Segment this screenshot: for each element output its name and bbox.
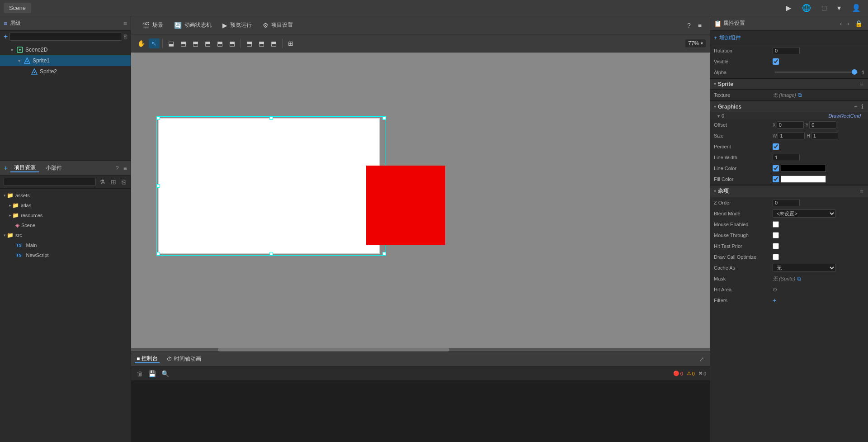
tab-console[interactable]: ■ 控制台 [135,355,160,363]
hierarchy-plus-btn[interactable]: + [4,33,8,41]
graphics-info-btn[interactable]: ℹ [860,103,864,110]
hand-tool-btn[interactable]: ✋ [135,38,148,48]
hit-area-target-icon[interactable]: ⊙ [773,286,777,293]
globe-button[interactable]: 🌐 [798,2,815,14]
handle-tl[interactable] [156,116,160,120]
dist-v-btn[interactable]: ⬒ [256,38,267,48]
mouse-through-checkbox[interactable] [773,232,779,238]
tree-item-sprite1[interactable]: ▾ Sprite1 [0,55,131,66]
select-tool-btn[interactable]: ↖ [149,38,160,48]
more-button[interactable]: ▾ [834,2,844,14]
zoom-control[interactable]: 77% ▾ [685,39,706,48]
console-save-btn[interactable]: 💾 [146,369,158,378]
cacheas-select[interactable]: 无 [773,264,836,272]
handle-br[interactable] [382,252,386,256]
handle-ml[interactable] [156,184,160,188]
console-search-btn[interactable]: 🔍 [160,369,171,378]
fillcolor-checkbox[interactable] [773,176,779,182]
rotation-input[interactable] [773,47,800,54]
align-top-btn[interactable]: ⬒ [202,38,213,48]
assets-help-icon[interactable]: ? [116,165,119,171]
hierarchy-menu-icon[interactable]: ≡ [123,20,127,27]
asset-newscript-ts[interactable]: TS NewScript [0,250,131,260]
nav-settings[interactable]: ⚙ 项目设置 [257,16,298,34]
handle-tr[interactable] [382,116,386,120]
tab-project-assets[interactable]: 项目资源 [10,164,39,172]
misc-section-header[interactable]: ▾ 杂项 ≡ [710,185,868,197]
linecolor-checkbox[interactable] [773,165,779,171]
offset-x-input[interactable] [777,121,804,128]
drawrect-subsection-header[interactable]: ▾ 0 DrawRectCmd [710,112,868,119]
handle-bc[interactable] [269,252,273,256]
linecolor-swatch[interactable] [781,165,826,172]
canvas-scrollbar-h[interactable] [131,348,710,352]
console-clear-btn[interactable]: 🗑 [135,369,145,378]
assets-copy-btn[interactable]: ⎘ [120,177,127,186]
props-next-btn[interactable]: › [845,19,851,28]
align-bottom-btn[interactable]: ⬒ [226,38,238,48]
canvas-area[interactable] [131,52,710,352]
assets-filter-btn[interactable]: ⚗ [98,177,107,186]
sprite-section-header[interactable]: ▾ Sprite ≡ [710,78,868,90]
misc-section-menu-btn[interactable]: ≡ [859,188,864,195]
assets-menu-icon[interactable]: ≡ [123,165,127,172]
linewidth-input[interactable] [773,154,800,161]
asset-assets-folder[interactable]: ▾ 📁 assets [0,190,131,200]
grid-btn[interactable]: ⊞ [285,38,296,48]
play-button[interactable]: ▶ [782,2,795,14]
filters-add-icon[interactable]: + [773,297,776,304]
user-icon[interactable]: 👤 [848,2,864,14]
handle-bl[interactable] [156,252,160,256]
match-size-btn[interactable]: ⬒ [268,38,279,48]
red-rect[interactable] [366,166,445,245]
device-button[interactable]: □ [818,2,830,14]
alpha-slider-track[interactable] [774,71,858,73]
tab-timeline[interactable]: ⏱ 时间轴动画 [165,355,203,363]
mask-link-icon[interactable]: ⧉ [797,276,801,282]
dist-h-btn[interactable]: ⬒ [244,38,255,48]
draw-call-optimize-checkbox[interactable] [773,254,779,260]
nav-more-btn[interactable]: ≡ [695,20,704,30]
nav-help-btn[interactable]: ? [684,20,693,30]
blendmode-select[interactable]: <未设置> [773,209,836,218]
align-center-h-btn[interactable]: ⬒ [178,38,189,48]
graphics-add-btn[interactable]: + [853,103,859,110]
hierarchy-search-input[interactable] [9,33,122,41]
nav-scene[interactable]: 🎬 场景 [137,16,169,34]
graphics-section-header[interactable]: ▾ Graphics + ℹ [710,101,868,112]
asset-src-folder[interactable]: ▾ 📁 src [0,230,131,240]
size-h-input[interactable] [811,132,838,139]
tree-item-scene2d[interactable]: ▾ Scene2D [0,44,131,55]
align-left-btn[interactable]: ⬓ [165,38,177,48]
asset-atlas-folder[interactable]: ▸ 📁 atlas [0,200,131,210]
handle-tc[interactable] [269,116,273,120]
nav-preview[interactable]: ▶ 预览运行 [217,16,257,34]
tree-item-sprite2[interactable]: Sprite2 [0,66,131,77]
asset-resources-folder[interactable]: ▸ 📁 resources [0,210,131,220]
visible-checkbox[interactable] [773,58,779,65]
asset-main-ts[interactable]: TS Main [0,240,131,250]
white-rect[interactable] [158,118,380,254]
hit-test-prior-checkbox[interactable] [773,243,779,249]
nav-animation[interactable]: 🔄 动画状态机 [169,16,217,34]
texture-link-icon[interactable]: ⧉ [798,92,802,98]
tab-widgets[interactable]: 小部件 [42,164,66,172]
offset-y-input[interactable] [809,121,836,128]
mouse-enabled-checkbox[interactable] [773,221,779,228]
add-component-button[interactable]: + 增加组件 [714,34,741,42]
assets-grid-btn[interactable]: ⊞ [109,177,118,186]
percent-checkbox[interactable] [773,143,779,150]
hierarchy-copy-icon[interactable]: ⎘ [124,33,127,40]
align-right-btn[interactable]: ⬒ [190,38,201,48]
bottom-expand-btn[interactable]: ⤢ [697,355,706,364]
sprite-section-menu-btn[interactable]: ≡ [859,81,864,87]
fillcolor-swatch[interactable] [781,176,826,183]
align-center-v-btn[interactable]: ⬒ [214,38,226,48]
zorder-input[interactable] [773,199,800,206]
size-w-input[interactable] [778,132,805,139]
assets-search-input[interactable] [4,178,96,186]
props-prev-btn[interactable]: ‹ [838,19,844,28]
props-lock-btn[interactable]: 🔒 [853,19,864,28]
asset-scene-file[interactable]: ◈ Scene [0,220,131,230]
assets-plus-btn[interactable]: + [4,164,8,172]
